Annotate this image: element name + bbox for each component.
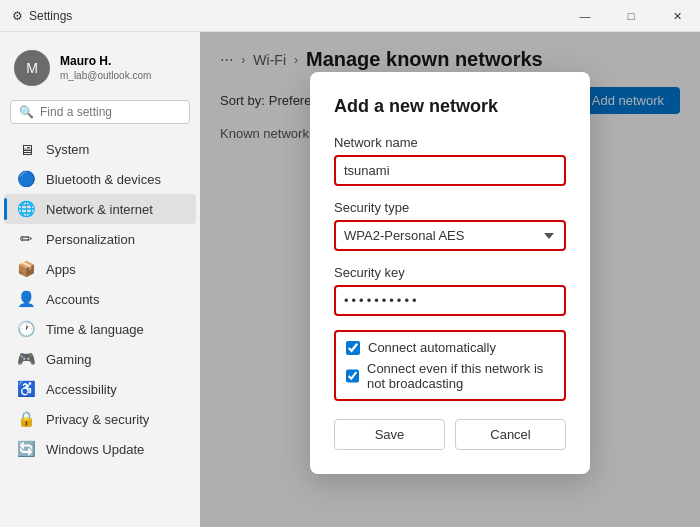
sidebar-item-label: Accounts <box>46 292 99 307</box>
security-key-input[interactable] <box>334 285 566 316</box>
accounts-icon: 👤 <box>18 291 34 307</box>
sidebar-item-system[interactable]: 🖥 System <box>4 134 196 164</box>
sidebar-item-personalization[interactable]: ✏ Personalization <box>4 224 196 254</box>
security-key-group: Security key <box>334 265 566 316</box>
sidebar-item-accounts[interactable]: 👤 Accounts <box>4 284 196 314</box>
sidebar-item-label: Network & internet <box>46 202 153 217</box>
network-name-label: Network name <box>334 135 566 150</box>
network-name-group: Network name <box>334 135 566 186</box>
dialog-overlay: Add a new network Network name Security … <box>200 32 700 527</box>
connect-auto-label[interactable]: Connect automatically <box>368 340 496 355</box>
personalization-icon: ✏ <box>18 231 34 247</box>
user-info: Mauro H. m_lab@outlook.com <box>60 54 151 83</box>
titlebar-title: ⚙ Settings <box>12 9 72 23</box>
titlebar-text: Settings <box>29 9 72 23</box>
user-name: Mauro H. <box>60 54 151 70</box>
sidebar-item-label: Gaming <box>46 352 92 367</box>
sidebar-item-label: Time & language <box>46 322 144 337</box>
apps-icon: 📦 <box>18 261 34 277</box>
user-email: m_lab@outlook.com <box>60 69 151 82</box>
dialog-buttons: Save Cancel <box>334 419 566 450</box>
bluetooth-icon: 🔵 <box>18 171 34 187</box>
save-button[interactable]: Save <box>334 419 445 450</box>
sidebar-item-network[interactable]: 🌐 Network & internet <box>4 194 196 224</box>
sidebar-item-label: Windows Update <box>46 442 144 457</box>
checkboxes-group: Connect automatically Connect even if th… <box>334 330 566 401</box>
sidebar-item-bluetooth[interactable]: 🔵 Bluetooth & devices <box>4 164 196 194</box>
connect-not-broadcast-item: Connect even if this network is not broa… <box>346 361 554 391</box>
sidebar-item-update[interactable]: 🔄 Windows Update <box>4 434 196 464</box>
search-box: 🔍 <box>10 100 190 124</box>
dialog-title: Add a new network <box>334 96 566 117</box>
sidebar-item-gaming[interactable]: 🎮 Gaming <box>4 344 196 374</box>
sidebar-item-privacy[interactable]: 🔒 Privacy & security <box>4 404 196 434</box>
accessibility-icon: ♿ <box>18 381 34 397</box>
sidebar-item-time[interactable]: 🕐 Time & language <box>4 314 196 344</box>
connect-auto-checkbox[interactable] <box>346 341 360 355</box>
maximize-button[interactable]: □ <box>608 0 654 32</box>
sidebar-item-apps[interactable]: 📦 Apps <box>4 254 196 284</box>
sidebar-item-label: Apps <box>46 262 76 277</box>
security-key-label: Security key <box>334 265 566 280</box>
connect-not-broadcast-label[interactable]: Connect even if this network is not broa… <box>367 361 554 391</box>
titlebar-controls: — □ ✕ <box>562 0 700 32</box>
connect-not-broadcast-checkbox[interactable] <box>346 369 359 383</box>
content-area: ··· › Wi-Fi › Manage known networks Sort… <box>200 32 700 527</box>
security-type-group: Security type WPA2-Personal AES Open WPA… <box>334 200 566 251</box>
sidebar-item-label: System <box>46 142 89 157</box>
search-icon: 🔍 <box>19 105 34 119</box>
minimize-button[interactable]: — <box>562 0 608 32</box>
sidebar: M Mauro H. m_lab@outlook.com 🔍 🖥 System … <box>0 32 200 527</box>
connect-auto-item: Connect automatically <box>346 340 554 355</box>
gaming-icon: 🎮 <box>18 351 34 367</box>
security-type-label: Security type <box>334 200 566 215</box>
sidebar-item-label: Accessibility <box>46 382 117 397</box>
sidebar-item-accessibility[interactable]: ♿ Accessibility <box>4 374 196 404</box>
user-profile: M Mauro H. m_lab@outlook.com <box>0 40 200 100</box>
sidebar-item-label: Privacy & security <box>46 412 149 427</box>
privacy-icon: 🔒 <box>18 411 34 427</box>
settings-icon: ⚙ <box>12 9 23 23</box>
security-type-select[interactable]: WPA2-Personal AES Open WPA3-Personal WPA… <box>334 220 566 251</box>
sidebar-item-label: Personalization <box>46 232 135 247</box>
titlebar: ⚙ Settings — □ ✕ <box>0 0 700 32</box>
network-name-input[interactable] <box>334 155 566 186</box>
network-icon: 🌐 <box>18 201 34 217</box>
search-input[interactable] <box>40 105 181 119</box>
sidebar-item-label: Bluetooth & devices <box>46 172 161 187</box>
main-layout: M Mauro H. m_lab@outlook.com 🔍 🖥 System … <box>0 32 700 527</box>
avatar: M <box>14 50 50 86</box>
add-network-dialog: Add a new network Network name Security … <box>310 72 590 474</box>
time-icon: 🕐 <box>18 321 34 337</box>
update-icon: 🔄 <box>18 441 34 457</box>
system-icon: 🖥 <box>18 141 34 157</box>
cancel-button[interactable]: Cancel <box>455 419 566 450</box>
close-button[interactable]: ✕ <box>654 0 700 32</box>
